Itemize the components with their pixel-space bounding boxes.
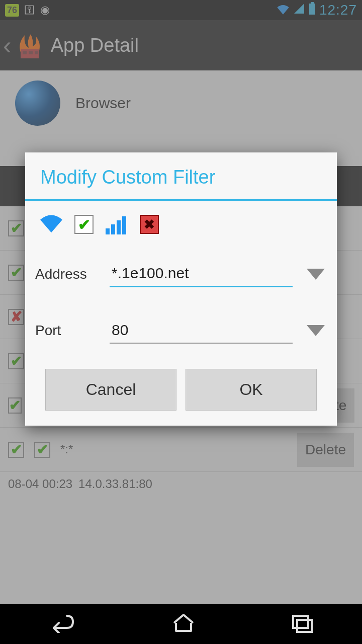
port-field-row: Port: [25, 312, 337, 349]
wifi-allow-checkbox[interactable]: ✔: [74, 215, 94, 234]
address-input[interactable]: [110, 261, 293, 287]
dialog-buttons: Cancel OK: [25, 349, 337, 426]
nav-recent-icon[interactable]: [290, 613, 315, 635]
modify-filter-dialog: Modify Custom Filter ✔ ✖ Address Port Ca…: [25, 152, 337, 426]
dialog-title: Modify Custom Filter: [25, 152, 337, 199]
port-label: Port: [35, 323, 101, 339]
port-dropdown-icon[interactable]: [307, 325, 325, 336]
check-icon: ✔: [78, 216, 90, 233]
ok-button[interactable]: OK: [186, 369, 317, 411]
cellular-icon: [106, 214, 128, 234]
port-input[interactable]: [110, 317, 293, 344]
svg-rect-6: [293, 616, 308, 628]
address-dropdown-icon[interactable]: [307, 269, 325, 280]
address-label: Address: [35, 266, 101, 282]
x-icon: ✖: [144, 217, 155, 232]
cancel-button[interactable]: Cancel: [45, 369, 176, 411]
wifi-icon: [40, 213, 62, 235]
nav-bar: [0, 604, 362, 644]
address-field-row: Address: [25, 256, 337, 292]
nav-back-icon[interactable]: [47, 613, 77, 635]
cellular-block-checkbox[interactable]: ✖: [140, 215, 159, 234]
connection-type-row: ✔ ✖: [25, 201, 337, 251]
svg-rect-7: [297, 620, 312, 632]
nav-home-icon[interactable]: [171, 613, 196, 635]
